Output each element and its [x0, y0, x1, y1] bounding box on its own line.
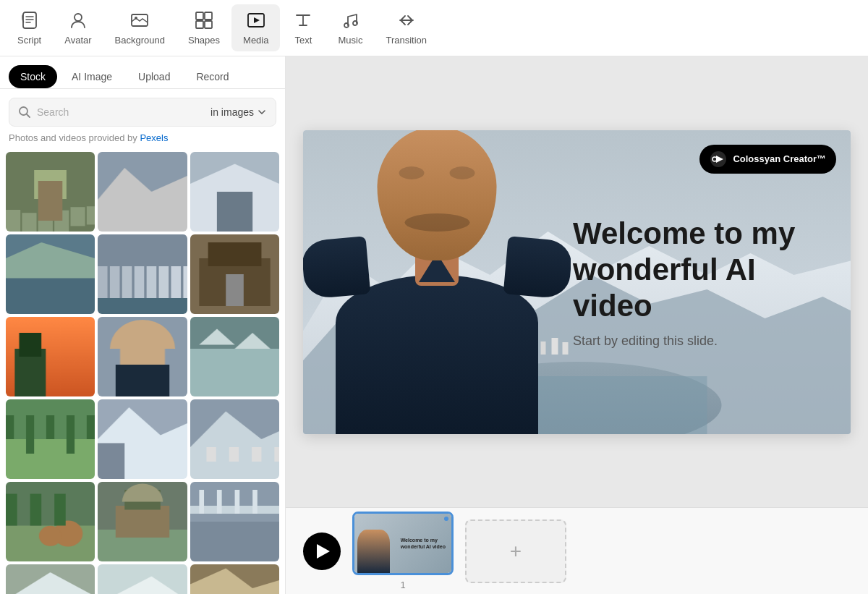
image-row-1: [6, 152, 279, 232]
image-img6[interactable]: [190, 234, 279, 314]
image-img9[interactable]: [190, 317, 279, 396]
filter-label: in images: [210, 106, 254, 118]
image-row-5: [6, 482, 279, 561]
sub-tabs: Stock AI Image Upload Record: [0, 56, 285, 89]
image-img7[interactable]: [6, 317, 95, 396]
toolbar-item-transition[interactable]: Transition: [374, 4, 438, 51]
script-label: Script: [17, 35, 41, 46]
transition-label: Transition: [386, 35, 427, 46]
tab-stock[interactable]: Stock: [9, 65, 57, 88]
play-button[interactable]: [303, 533, 341, 570]
image-grid: [0, 149, 285, 594]
image-img17[interactable]: [98, 564, 187, 594]
image-img16[interactable]: [6, 564, 95, 594]
add-slide-icon: +: [510, 540, 522, 563]
svg-rect-5: [205, 12, 212, 20]
svg-point-10: [344, 23, 349, 27]
avatar-icon: [68, 10, 88, 30]
avatar-label: Avatar: [64, 35, 91, 46]
image-canvas-img18: [190, 564, 279, 594]
toolbar-item-text[interactable]: Text: [280, 4, 326, 51]
svg-point-1: [75, 14, 82, 21]
image-img4[interactable]: [6, 234, 95, 314]
transition-icon: [396, 10, 417, 30]
image-img18[interactable]: [190, 564, 279, 594]
toolbar-item-avatar[interactable]: Avatar: [53, 4, 103, 51]
image-canvas-img17: [98, 564, 187, 594]
chevron-down-icon: [257, 107, 267, 117]
shapes-label: Shapes: [188, 35, 220, 46]
image-row-4: [6, 399, 279, 479]
image-img1[interactable]: [6, 152, 95, 232]
image-row-2: [6, 234, 279, 314]
image-canvas-img3: [190, 152, 279, 232]
shapes-icon: [194, 10, 214, 30]
image-img12[interactable]: [190, 399, 279, 479]
slide-title: Welcome to my wonderful AI video: [573, 215, 833, 324]
avatar-figure: [318, 130, 556, 434]
image-canvas-img15: [190, 482, 279, 561]
timeline-area: Welcome to mywonderful AI video 1 +: [286, 507, 868, 594]
tab-record[interactable]: Record: [184, 65, 240, 88]
image-canvas-img5: [98, 234, 187, 314]
avatar-container: [303, 130, 571, 434]
image-canvas-img7: [6, 317, 95, 396]
text-icon: [293, 10, 313, 30]
play-icon: [317, 544, 330, 559]
image-img15[interactable]: [190, 482, 279, 561]
image-img3[interactable]: [190, 152, 279, 232]
slide-canvas[interactable]: Welcome to my wonderful AI video Start b…: [303, 130, 851, 434]
background-label: Background: [115, 35, 165, 46]
toolbar: Script Avatar Background: [0, 0, 868, 56]
image-canvas-img14: [98, 482, 187, 561]
image-img5[interactable]: [98, 234, 187, 314]
search-filter[interactable]: in images: [210, 106, 267, 118]
left-panel: Stock AI Image Upload Record in images: [0, 56, 286, 594]
toolbar-item-media[interactable]: Media: [231, 4, 280, 51]
search-input[interactable]: [37, 106, 205, 118]
image-canvas-img11: [98, 399, 187, 479]
logo-badge: Colossyan Creator™: [699, 145, 836, 174]
image-canvas-img16: [6, 564, 95, 594]
svg-rect-7: [205, 21, 212, 28]
image-canvas-img2: [98, 152, 187, 232]
svg-rect-6: [196, 21, 203, 28]
image-img8[interactable]: [98, 317, 187, 396]
slide-1-container: Welcome to mywonderful AI video 1: [352, 512, 454, 590]
tab-upload[interactable]: Upload: [127, 65, 182, 88]
script-icon: [20, 10, 40, 30]
svg-point-12: [20, 107, 27, 115]
image-img2[interactable]: [98, 152, 187, 232]
image-canvas-img1: [6, 152, 95, 232]
tab-ai-image[interactable]: AI Image: [60, 65, 124, 88]
toolbar-item-script[interactable]: Script: [6, 4, 53, 51]
slide-thumb-title: Welcome to mywonderful AI video: [401, 538, 446, 549]
toolbar-item-music[interactable]: Music: [326, 4, 374, 51]
slide-thumbnail-1[interactable]: Welcome to mywonderful AI video: [352, 512, 454, 575]
image-img13[interactable]: [6, 482, 95, 561]
image-img11[interactable]: [98, 399, 187, 479]
toolbar-item-background[interactable]: Background: [103, 4, 176, 51]
image-canvas-img10: [6, 399, 95, 479]
svg-point-11: [353, 21, 357, 25]
image-canvas-img13: [6, 482, 95, 561]
main-layout: Stock AI Image Upload Record in images: [0, 56, 868, 594]
image-img14[interactable]: [98, 482, 187, 561]
media-icon: [246, 10, 266, 30]
media-label: Media: [243, 35, 268, 46]
slide-number-1: 1: [400, 580, 405, 590]
svg-rect-0: [23, 12, 36, 28]
text-label: Text: [295, 35, 312, 46]
add-slide-button[interactable]: +: [465, 519, 566, 583]
image-img10[interactable]: [6, 399, 95, 479]
svg-point-3: [135, 17, 137, 20]
right-area: Welcome to my wonderful AI video Start b…: [286, 56, 868, 594]
image-canvas-img9: [190, 317, 279, 396]
pexels-link[interactable]: Pexels: [140, 132, 168, 143]
music-icon: [340, 10, 360, 30]
image-canvas-img8: [98, 317, 187, 396]
search-area: in images: [0, 89, 285, 127]
svg-rect-4: [196, 12, 203, 20]
toolbar-item-shapes[interactable]: Shapes: [176, 4, 231, 51]
logo-text: Colossyan Creator™: [733, 153, 826, 164]
